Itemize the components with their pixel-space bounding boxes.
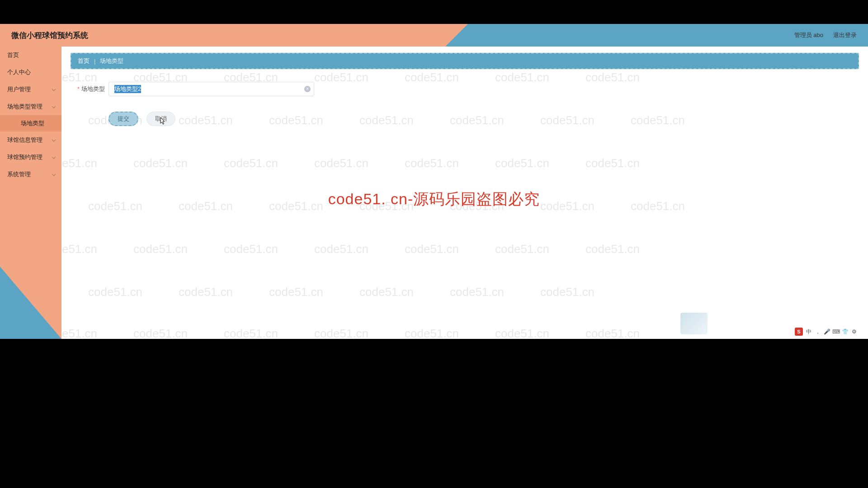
ime-skin-icon[interactable]: 👕 (842, 328, 848, 335)
sidebar-item-user-mgmt[interactable]: 用户管理 (0, 81, 61, 98)
sidebar-item-home[interactable]: 首页 (0, 47, 61, 64)
sidebar-item-label: 球馆预约管理 (7, 153, 42, 161)
sidebar-item-profile[interactable]: 个人中心 (0, 64, 61, 81)
breadcrumb-home[interactable]: 首页 (78, 57, 90, 65)
cancel-button-label: 取消 (155, 115, 167, 123)
admin-user-link[interactable]: 管理员 abo (794, 31, 823, 39)
app-title: 微信小程球馆预约系统 (11, 30, 88, 41)
clear-input-icon[interactable]: × (304, 86, 311, 92)
sidebar-decoration (0, 267, 61, 339)
cancel-button[interactable]: 取消 (146, 112, 175, 126)
sidebar-item-label: 系统管理 (7, 170, 31, 178)
breadcrumb-current: 场地类型 (100, 57, 123, 65)
sidebar-item-label: 用户管理 (7, 85, 31, 94)
sidebar-item-venue-type-mgmt[interactable]: 场地类型管理 (0, 98, 61, 115)
sidebar: 首页 个人中心 用户管理 场地类型管理 场地类型 球馆信息管理 球馆预约管理 系… (0, 47, 61, 339)
sidebar-item-label: 球馆信息管理 (7, 136, 42, 144)
sidebar-item-label: 个人中心 (7, 68, 31, 76)
ime-keyboard-icon[interactable]: ⌨ (833, 328, 839, 335)
breadcrumb: 首页 | 场地类型 (71, 53, 859, 69)
ime-mode-icon[interactable]: 中 (806, 328, 812, 335)
ime-settings-icon[interactable]: ⚙ (851, 328, 857, 335)
sidebar-subitem-label: 场地类型 (21, 119, 44, 127)
breadcrumb-separator: | (94, 58, 95, 65)
form-row-venue-type: *场地类型 × (74, 82, 859, 96)
ime-punct-icon[interactable]: ， (815, 328, 821, 335)
form-label-venue-type: *场地类型 (74, 85, 105, 93)
sidebar-item-system-mgmt[interactable]: 系统管理 (0, 166, 61, 183)
submit-button-label: 提交 (118, 115, 129, 123)
submit-button[interactable]: 提交 (108, 112, 138, 126)
sidebar-item-stadium-booking-mgmt[interactable]: 球馆预约管理 (0, 149, 61, 166)
sidebar-item-label: 首页 (7, 51, 19, 59)
sidebar-item-label: 场地类型管理 (7, 103, 42, 111)
decorative-graphic (680, 313, 708, 334)
main-content: 首页 | 场地类型 *场地类型 × 提交 (61, 47, 868, 339)
sidebar-subitem-venue-type[interactable]: 场地类型 (0, 115, 61, 131)
logout-link[interactable]: 退出登录 (833, 31, 857, 39)
ime-toolbar[interactable]: S 中 ， 🎤 ⌨ 👕 ⚙ (793, 327, 859, 337)
ime-mic-icon[interactable]: 🎤 (824, 328, 830, 335)
ime-brand-icon[interactable]: S (795, 328, 803, 336)
venue-type-input[interactable] (108, 82, 314, 96)
sidebar-item-stadium-info-mgmt[interactable]: 球馆信息管理 (0, 131, 61, 149)
app-header: 微信小程球馆预约系统 管理员 abo 退出登录 (0, 24, 868, 47)
